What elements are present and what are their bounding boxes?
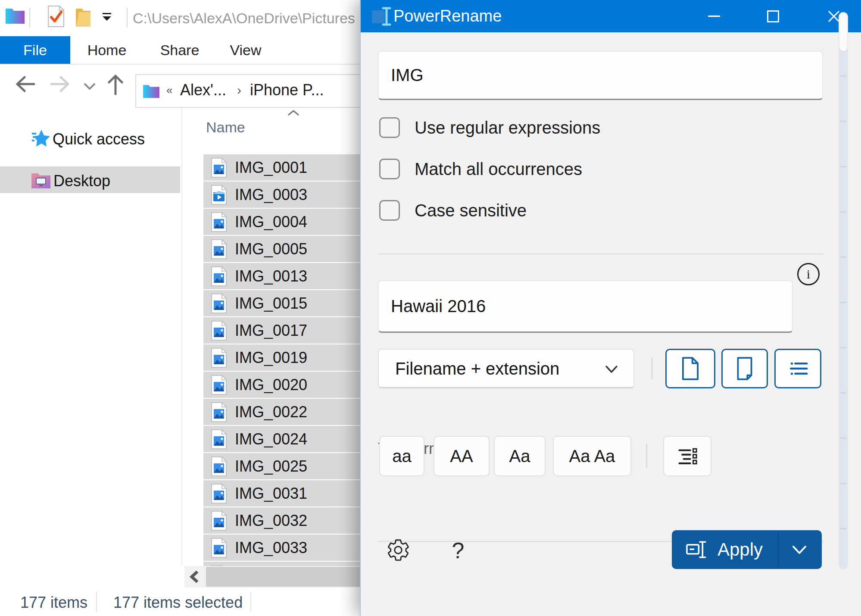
file-name: IMG_0005 — [235, 236, 307, 262]
image-file-icon — [211, 321, 227, 341]
apply-dropdown-chevron-icon[interactable] — [792, 545, 807, 555]
file-name: IMG_0019 — [235, 344, 307, 371]
image-file-icon — [211, 158, 227, 178]
dialog-titlebar[interactable]: PowerRename — [361, 0, 861, 32]
checkbox-label: Use regular expressions — [415, 118, 600, 138]
enumerate-items-button[interactable] — [663, 436, 711, 476]
file-name: IMG_0022 — [235, 399, 307, 425]
option-row[interactable]: Use regular expressions — [379, 117, 600, 138]
image-file-icon — [211, 266, 227, 286]
apply-to-dropdown[interactable]: Filename + extension — [378, 349, 634, 388]
breadcrumb-current[interactable]: iPhone P... — [250, 75, 324, 105]
enumerate-list-icon — [676, 444, 699, 468]
horizontal-scrollbar[interactable] — [184, 566, 364, 588]
scrollbar-tick — [840, 347, 846, 348]
file-row[interactable]: IMG_0013 — [203, 263, 364, 289]
tab-file[interactable]: File — [0, 36, 70, 64]
video-file-icon — [211, 185, 227, 205]
file-name: IMG_0017 — [235, 317, 307, 344]
image-file-icon — [211, 457, 227, 476]
address-bar[interactable]: « Alex'... › iPhone P... — [135, 74, 370, 108]
scrollbar-tick — [840, 528, 846, 529]
file-row[interactable]: IMG_0001 — [203, 154, 364, 181]
file-row[interactable]: IMG_0025 — [203, 453, 364, 479]
tab-share[interactable]: Share — [153, 36, 206, 64]
search-for-input[interactable] — [378, 51, 823, 100]
powerrename-app-icon — [371, 6, 392, 27]
image-file-icon — [211, 348, 227, 368]
file-row[interactable]: IMG_0032 — [203, 507, 364, 534]
settings-gear-icon[interactable] — [386, 538, 411, 563]
sidebar-item-quick-access[interactable]: Quick access — [53, 130, 145, 148]
file-row-partial — [203, 562, 364, 566]
case-button-aa[interactable]: Aa — [494, 436, 546, 476]
file-row[interactable]: IMG_0004 — [203, 209, 364, 235]
file-row[interactable]: IMG_0015 — [203, 290, 364, 316]
minimize-button[interactable] — [694, 0, 734, 32]
scrollbar-tick — [840, 166, 846, 167]
image-file-icon — [211, 294, 227, 313]
up-icon[interactable] — [106, 74, 125, 96]
case-button-aa[interactable]: AA — [434, 436, 490, 476]
file-name: IMG_0025 — [235, 453, 307, 479]
recent-locations-chevron-icon[interactable] — [84, 83, 96, 91]
file-row[interactable] — [203, 562, 364, 566]
toolbar-separator — [646, 444, 647, 468]
back-icon[interactable] — [15, 76, 35, 92]
breadcrumb-chevron[interactable]: › — [237, 75, 241, 105]
image-file-icon — [211, 266, 227, 286]
tab-home[interactable]: Home — [80, 36, 134, 64]
quick-access-star-icon — [32, 129, 50, 147]
sidebar-item-desktop[interactable]: Desktop — [0, 166, 180, 193]
maximize-button[interactable] — [753, 0, 793, 32]
properties-quick-icon[interactable] — [47, 5, 65, 28]
scrollbar-tick — [840, 392, 846, 394]
current-folder-icon — [142, 83, 160, 98]
replace-with-input[interactable] — [378, 280, 793, 333]
checkbox[interactable] — [379, 200, 400, 221]
file-row[interactable]: IMG_0005 — [203, 236, 364, 262]
image-file-icon — [211, 429, 227, 449]
file-row[interactable]: IMG_0031 — [203, 480, 364, 507]
status-separator — [250, 592, 251, 612]
breadcrumb-root[interactable]: Alex'... — [180, 75, 226, 105]
forward-icon[interactable] — [50, 76, 70, 92]
horizontal-scrollbar-thumb[interactable] — [206, 567, 364, 587]
scrollbar-tick — [840, 211, 846, 213]
info-icon[interactable]: i — [797, 263, 820, 285]
file-row[interactable]: IMG_0033 — [203, 535, 364, 561]
titlebar-separator — [29, 8, 30, 28]
file-row[interactable]: IMG_0017 — [203, 317, 364, 344]
include-subfolders-button[interactable] — [774, 349, 821, 388]
image-file-icon — [211, 538, 227, 558]
sort-ascending-icon[interactable] — [287, 109, 300, 116]
option-row[interactable]: Case sensitive — [379, 200, 527, 221]
tab-view[interactable]: View — [219, 36, 272, 64]
file-row[interactable]: IMG_0020 — [203, 372, 364, 398]
case-button-aa-aa[interactable]: Aa Aa — [553, 436, 631, 476]
apply-button[interactable]: Apply — [672, 530, 822, 569]
apply-split-divider — [778, 533, 779, 566]
sidebar-item-desktop-label: Desktop — [53, 172, 110, 190]
file-row[interactable]: IMG_0022 — [203, 399, 364, 425]
file-row[interactable]: IMG_0003 — [203, 181, 364, 208]
breadcrumb-collapse[interactable]: « — [166, 75, 172, 105]
scroll-left-icon[interactable] — [190, 571, 199, 583]
explorer-logo-icon — [5, 6, 25, 24]
include-folders-button[interactable] — [721, 349, 768, 388]
help-button[interactable]: ? — [445, 538, 471, 563]
qat-dropdown-icon[interactable] — [102, 13, 112, 22]
include-files-button[interactable] — [665, 349, 715, 388]
dialog-scrollbar-thumb[interactable] — [839, 13, 847, 51]
checkbox[interactable] — [379, 159, 400, 179]
column-header-name[interactable]: Name — [206, 119, 245, 136]
checkbox[interactable] — [379, 117, 400, 138]
case-button-aa[interactable]: aa — [379, 436, 424, 476]
file-row[interactable]: IMG_0019 — [203, 344, 364, 371]
option-row[interactable]: Match all occurrences — [379, 159, 582, 179]
file-row[interactable]: IMG_0024 — [203, 426, 364, 452]
dialog-scrollbar[interactable] — [839, 12, 848, 569]
document-folded-icon — [733, 356, 756, 381]
new-folder-quick-icon[interactable] — [75, 7, 94, 27]
image-file-icon — [211, 457, 227, 476]
